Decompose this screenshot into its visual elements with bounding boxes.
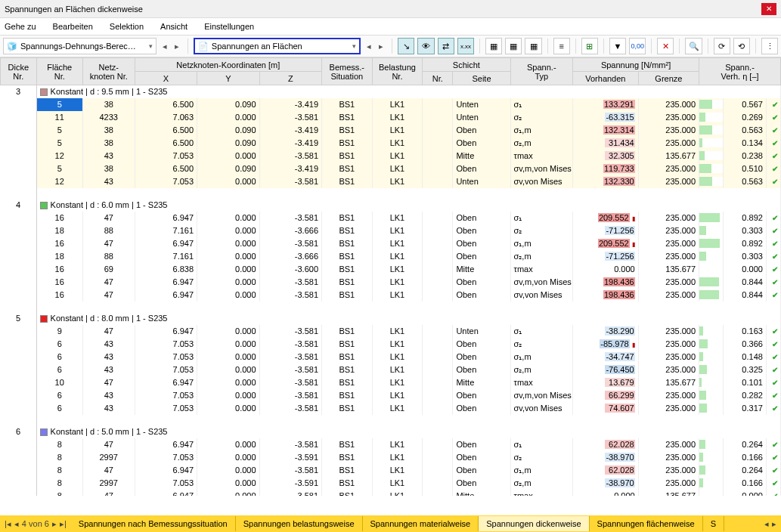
table-row[interactable]: 6437.0530.000-3.581BS1LK1Obenσv,von Mise…	[1, 402, 781, 415]
data-grid[interactable]: DickeNr. FlächeNr. Netz-knoten Nr. Netzk…	[0, 57, 781, 496]
hdr-z[interactable]: Z	[259, 72, 321, 85]
hdr-verh[interactable]: Spann.-Verh. η [–]	[699, 58, 781, 85]
footer-last[interactable]: ▸|	[60, 519, 67, 529]
footer-pos: 4 von 6	[22, 519, 49, 528]
hdr-grenze[interactable]: Grenze	[638, 72, 699, 85]
dicke-cell[interactable]: 5	[1, 312, 37, 425]
hdr-spanntyp[interactable]: Spann.-Typ	[510, 58, 572, 85]
window-title: Spannungen an Flächen dickenweise	[5, 5, 761, 14]
table-next[interactable]: ▸	[376, 38, 386, 54]
table-row[interactable]: 5386.5000.090-3.419BS1LK1Obenσ₂,m31.4342…	[1, 137, 781, 150]
table-prev[interactable]: ◂	[364, 38, 374, 54]
tool-colorband[interactable]: ≡	[553, 38, 570, 54]
group-title[interactable]: Konstant | d : 6.0 mm | 1 - S235	[36, 199, 780, 212]
hdr-schicht[interactable]: Schicht	[423, 58, 510, 72]
chevron-down-icon: ▾	[149, 42, 153, 50]
table-row[interactable]: 8476.9470.000-3.581BS1LK1Obenσ₁62.028235…	[1, 438, 781, 451]
hdr-flache[interactable]: FlächeNr.	[36, 58, 82, 85]
footer-first[interactable]: |◂	[5, 519, 11, 529]
hdr-y[interactable]: Y	[197, 72, 259, 85]
table-row[interactable]: 5386.5000.090-3.419BS1LK1Untenσ₁133.2912…	[1, 98, 781, 111]
footer-prev[interactable]: ◂	[14, 519, 19, 529]
hdr-schicht-nr[interactable]: Nr.	[423, 72, 453, 85]
table-row[interactable]: 6437.0530.000-3.581BS1LK1Obenσv,m,von Mi…	[1, 389, 781, 402]
module-next[interactable]: ▸	[172, 38, 182, 54]
group-title[interactable]: Konstant | d : 8.0 mm | 1 - S235	[36, 312, 780, 325]
table-row[interactable]: 12437.0530.000-3.581BS1LK1Untenσv,von Mi…	[1, 175, 781, 188]
table-row[interactable]: 5386.5000.090-3.419BS1LK1Obenσv,m,von Mi…	[1, 162, 781, 175]
footer-tab[interactable]: Spannungen belastungsweise	[236, 516, 363, 531]
footer-tab[interactable]: Spannungen materialweise	[363, 516, 479, 531]
table-row[interactable]: 12437.0530.000-3.581BS1LK1Mitteτmax32.30…	[1, 150, 781, 162]
tool-decimal[interactable]: 0,00	[629, 38, 646, 54]
tool-misc1[interactable]: ⟳	[714, 38, 730, 54]
tool-clear[interactable]: ✕	[657, 38, 674, 54]
dicke-cell[interactable]: 6	[1, 425, 37, 496]
table-row[interactable]: 18887.1610.000-3.666BS1LK1Obenσ₂-71.2562…	[1, 224, 781, 237]
table-row[interactable]: 6437.0530.000-3.581BS1LK1Obenσ₁,m-34.747…	[1, 351, 781, 363]
dicke-cell[interactable]: 4	[1, 199, 37, 312]
table-row[interactable]: 10476.9470.000-3.581BS1LK1Mitteτmax13.67…	[1, 376, 781, 389]
table-row[interactable]: 8476.9470.000-3.581BS1LK1Obenσ₁,m62.0282…	[1, 464, 781, 477]
tool-filter[interactable]: ▼	[609, 38, 626, 54]
footer-tab[interactable]: Spannungen nach Bemessungssituation	[71, 516, 236, 531]
footer-tab-next[interactable]: ▸	[772, 519, 776, 529]
tool-select-arrow[interactable]: ↘	[398, 38, 414, 54]
tool-sync-selection[interactable]: ⇄	[438, 38, 454, 54]
table-row[interactable]: 16476.9470.000-3.581BS1LK1Obenσ₁,m209.55…	[1, 237, 781, 250]
table-row[interactable]: 5386.5000.090-3.419BS1LK1Obenσ₁,m132.314…	[1, 124, 781, 137]
chevron-down-icon: ▾	[352, 42, 356, 50]
hdr-koord[interactable]: Netzknoten-Koordinaten [m]	[135, 58, 321, 72]
hdr-bemess[interactable]: Bemess.-Situation	[322, 58, 373, 85]
table-combo[interactable]: 📄 Spannungen an Flächen ▾	[194, 38, 361, 54]
group-title[interactable]: Konstant | d : 5.0 mm | 1 - S235	[36, 425, 780, 438]
table-row[interactable]: 8476.9470.000-3.581BS1LK1Mitteτmax0.0001…	[1, 490, 781, 496]
table-row[interactable]: 16476.9470.000-3.581BS1LK1Obenσv,m,von M…	[1, 276, 781, 289]
menu-selektion[interactable]: Selektion	[110, 22, 144, 31]
hdr-vorh[interactable]: Vorhanden	[573, 72, 639, 85]
table-row[interactable]: 829977.0530.000-3.591BS1LK1Obenσ₂-38.970…	[1, 451, 781, 464]
table-row[interactable]: 829977.0530.000-3.591BS1LK1Obenσ₂,m-38.9…	[1, 477, 781, 490]
sheet-icon: 📄	[198, 42, 209, 51]
hdr-schicht-seite[interactable]: Seite	[453, 72, 510, 85]
menu-gehe-zu[interactable]: Gehe zu	[5, 22, 36, 31]
hdr-belastung[interactable]: BelastungNr.	[372, 58, 423, 85]
module-combo[interactable]: 🧊 Spannungs-Dehnungs-Berec… ▾	[3, 38, 157, 54]
table-row[interactable]: 16696.8380.000-3.600BS1LK1Mitteτmax0.000…	[1, 263, 781, 276]
hdr-spannung[interactable]: Spannung [N/mm²]	[573, 58, 699, 72]
table-row[interactable]: 18887.1610.000-3.666BS1LK1Obenσ₂,m-71.25…	[1, 250, 781, 263]
menu-einstellungen[interactable]: Einstellungen	[204, 22, 254, 31]
tool-export-excel[interactable]: ⊞	[581, 38, 598, 54]
module-prev[interactable]: ◂	[160, 38, 170, 54]
tool-precision[interactable]: x.xx	[457, 38, 474, 54]
tool-table2[interactable]: ▦	[505, 38, 522, 54]
table-row[interactable]: 1142337.0630.000-3.581BS1LK1Untenσ₂-63.3…	[1, 111, 781, 124]
table-row[interactable]: 6437.0530.000-3.581BS1LK1Obenσ₂,m-76.450…	[1, 363, 781, 376]
menu-bearbeiten[interactable]: Bearbeiten	[53, 22, 93, 31]
close-button[interactable]: ✕	[761, 3, 776, 15]
footer-tab[interactable]: S	[703, 516, 724, 531]
tool-table3[interactable]: ▦	[525, 38, 541, 54]
tool-search[interactable]: 🔍	[685, 38, 702, 54]
footer-tab[interactable]: Spannungen dickenweise	[479, 516, 589, 531]
grid-header: DickeNr. FlächeNr. Netz-knoten Nr. Netzk…	[1, 58, 781, 85]
footer-tab[interactable]: Spannungen flächenweise	[590, 516, 703, 531]
titlebar: Spannungen an Flächen dickenweise ✕	[0, 0, 781, 18]
menu-ansicht[interactable]: Ansicht	[160, 22, 188, 31]
group-title[interactable]: Konstant | d : 9.5 mm | 1 - S235	[36, 85, 780, 98]
hdr-netz[interactable]: Netz-knoten Nr.	[82, 58, 135, 85]
table-row[interactable]: 6437.0530.000-3.581BS1LK1Obenσ₂-85.978 ▮…	[1, 338, 781, 351]
tool-table1[interactable]: ▦	[485, 38, 502, 54]
dicke-cell[interactable]: 3	[1, 85, 37, 199]
tool-colors[interactable]: ⋮	[761, 38, 778, 54]
hdr-dicke[interactable]: DickeNr.	[1, 58, 37, 85]
table-row[interactable]: 16476.9470.000-3.581BS1LK1Obenσv,von Mis…	[1, 289, 781, 302]
toolbar: 🧊 Spannungs-Dehnungs-Berec… ▾ ◂ ▸ 📄 Span…	[0, 35, 781, 57]
tool-eye[interactable]: 👁	[417, 38, 434, 54]
table-row[interactable]: 16476.9470.000-3.581BS1LK1Obenσ₁209.552 …	[1, 212, 781, 224]
hdr-x[interactable]: X	[135, 72, 197, 85]
footer-tab-prev[interactable]: ◂	[764, 519, 769, 529]
footer-next[interactable]: ▸	[52, 519, 57, 529]
table-row[interactable]: 9476.9470.000-3.581BS1LK1Untenσ₁-38.2902…	[1, 325, 781, 338]
tool-misc2[interactable]: ⟲	[733, 38, 750, 54]
